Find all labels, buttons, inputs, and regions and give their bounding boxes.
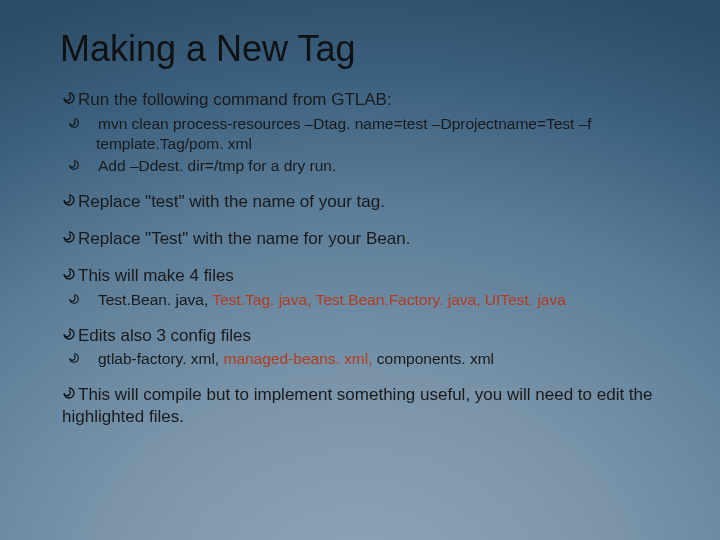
bullet-text: mvn clean process-resources –Dtag. name=… [96,115,592,152]
sub-list: mvn clean process-resources –Dtag. name=… [62,113,660,176]
sub-list: Test.Bean. java, Test.Tag. java, Test.Be… [62,289,660,310]
bullet-list: Run the following command from GTLAB: mv… [60,88,660,428]
bullet-icon [82,348,96,369]
bullet-text: This will make 4 files [78,266,234,285]
bullet-icon [62,324,76,347]
list-item: Edits also 3 config files gtlab-factory.… [62,324,660,370]
list-item: Add –Ddest. dir=/tmp for a dry run. [82,155,660,176]
bullet-icon [62,190,76,213]
highlighted-text: managed-beans. xml, [223,350,372,367]
bullet-icon [62,264,76,287]
bullet-text: components. xml [373,350,494,367]
bullet-icon [82,155,96,176]
bullet-icon [62,227,76,250]
list-item: Run the following command from GTLAB: mv… [62,88,660,176]
list-item: This will make 4 files Test.Bean. java, … [62,264,660,310]
bullet-text: Run the following command from GTLAB: [78,90,392,109]
bullet-icon [62,88,76,111]
bullet-icon [62,383,76,406]
bullet-text: gtlab-factory. xml, [98,350,223,367]
list-item: mvn clean process-resources –Dtag. name=… [82,113,660,154]
bullet-text: Add –Ddest. dir=/tmp for a dry run. [98,157,336,174]
bullet-text: This will compile but to implement somet… [62,385,653,426]
bullet-icon [82,289,96,310]
highlighted-text: Test.Tag. java, Test.Bean.Factory. java,… [212,291,566,308]
bullet-text: Replace "test" with the name of your tag… [78,192,385,211]
list-item: Replace "test" with the name of your tag… [62,190,660,213]
bullet-text: Test.Bean. java, [98,291,212,308]
sub-list: gtlab-factory. xml, managed-beans. xml, … [62,348,660,369]
list-item: Replace "Test" with the name for your Be… [62,227,660,250]
list-item: This will compile but to implement somet… [62,383,660,428]
list-item: Test.Bean. java, Test.Tag. java, Test.Be… [82,289,660,310]
bullet-icon [82,113,96,134]
slide: Making a New Tag Run the following comma… [0,0,720,540]
slide-title: Making a New Tag [60,28,660,70]
bullet-text: Replace "Test" with the name for your Be… [78,229,410,248]
list-item: gtlab-factory. xml, managed-beans. xml, … [82,348,660,369]
bullet-text: Edits also 3 config files [78,326,251,345]
